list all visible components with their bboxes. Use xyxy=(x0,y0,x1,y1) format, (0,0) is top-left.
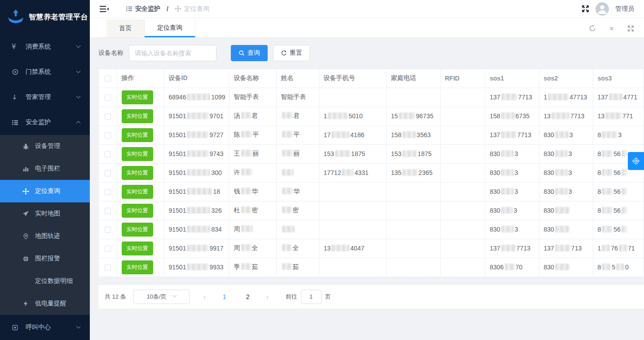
fullscreen-tab-icon[interactable] xyxy=(627,25,634,32)
sidebar-item-呼叫中心[interactable]: 呼叫中心 xyxy=(0,315,90,340)
submenu-item-电子围栏[interactable]: 电子围栏 xyxy=(0,157,90,180)
redacted-text xyxy=(602,131,617,138)
square-icon xyxy=(12,324,22,331)
table-row: 实时位置915019933季茹茹830670830850 xyxy=(99,258,644,277)
breadcrumb-current: 定位查询 xyxy=(175,5,209,13)
next-page-button[interactable]: › xyxy=(260,293,275,300)
cell-rfid xyxy=(440,144,485,163)
cell-person_name: 密 xyxy=(276,201,319,220)
sidebar-item-管家管理[interactable]: ↓管家管理 xyxy=(0,85,90,110)
realtime-location-button[interactable]: 实时位置 xyxy=(122,223,153,237)
sidebar-item-安全监护[interactable]: 安全监护 xyxy=(0,110,90,135)
sidebar-item-消费系统[interactable]: ¥消费系统 xyxy=(0,34,90,59)
sidebar-item-门禁系统[interactable]: 门禁系统 xyxy=(0,59,90,85)
redacted-text xyxy=(555,131,569,138)
cell-device_id: 91501326 xyxy=(164,201,229,220)
cell-device_phone xyxy=(319,182,386,201)
refresh-icon[interactable] xyxy=(589,25,596,32)
goto-page-input[interactable] xyxy=(301,290,322,304)
reset-button[interactable]: 重置 xyxy=(273,45,310,61)
submenu-item-实时地图[interactable]: 实时地图 xyxy=(0,202,90,225)
table-row: 实时位置91501326杜密密8303830856 xyxy=(99,201,644,220)
cell-device_name: 智能手表 xyxy=(229,88,276,107)
column-header-sos3: sos3 xyxy=(593,69,644,88)
redacted-text xyxy=(282,169,294,176)
cell-device_id: 689461099 xyxy=(164,88,229,107)
collapse-sidebar-icon[interactable] xyxy=(100,5,109,13)
page-number-1[interactable]: 1 xyxy=(217,293,232,300)
table-row: 实时位置91501834周8303830856 xyxy=(99,220,644,239)
cell-device_name: 王丽 xyxy=(229,144,276,163)
row-checkbox[interactable] xyxy=(105,94,111,101)
page-number-2[interactable]: 2 xyxy=(241,293,255,300)
realtime-location-button[interactable]: 实时位置 xyxy=(122,147,153,161)
row-checkbox[interactable] xyxy=(105,227,111,233)
realtime-location-button[interactable]: 实时位置 xyxy=(122,109,153,123)
redacted-text xyxy=(555,150,568,157)
cell-rfid xyxy=(440,220,485,239)
table-row: 实时位置689461099智能手表智能手表1377713147713137477… xyxy=(99,88,644,107)
cell-sos2: 147713 xyxy=(539,88,593,107)
row-checkbox[interactable] xyxy=(105,170,111,176)
realtime-location-button[interactable]: 实时位置 xyxy=(122,128,153,142)
submenu-item-地图轨迹[interactable]: 地图轨迹 xyxy=(0,225,90,247)
breadcrumb-parent[interactable]: 安全监护 xyxy=(126,5,160,13)
redacted-text xyxy=(501,131,516,138)
redacted-text xyxy=(241,244,251,251)
cell-sos2: 137713 xyxy=(539,107,593,125)
cell-rfid xyxy=(440,125,485,144)
cell-sos1: 1377713 xyxy=(485,239,539,258)
submenu-item-低电量提醒[interactable]: 低电量提醒 xyxy=(0,292,90,315)
realtime-location-button[interactable]: 实时位置 xyxy=(122,166,153,180)
search-icon xyxy=(238,50,245,56)
submenu-item-围栏报警[interactable]: 围栏报警 xyxy=(0,247,90,270)
submenu-item-设备管理[interactable]: 设备管理 xyxy=(0,135,90,157)
cell-sos3: 856 xyxy=(593,220,644,239)
device-name-input[interactable] xyxy=(129,45,216,61)
settings-fab[interactable] xyxy=(628,152,644,170)
query-button[interactable]: 查询 xyxy=(231,45,268,61)
username[interactable]: 管理员 xyxy=(615,5,634,13)
realtime-location-button[interactable]: 实时位置 xyxy=(122,90,153,104)
redacted-text xyxy=(551,112,569,119)
tab-location-query[interactable]: 定位查询 xyxy=(145,19,195,37)
app-window: 智慧养老管理平台 ¥消费系统门禁系统↓管家管理安全监护设备管理电子围栏定位查询实… xyxy=(0,0,644,340)
row-checkbox[interactable] xyxy=(105,208,111,214)
avatar[interactable] xyxy=(595,2,609,16)
redacted-text xyxy=(622,150,627,157)
realtime-location-button[interactable]: 实时位置 xyxy=(122,204,153,218)
row-checkbox[interactable] xyxy=(105,132,111,139)
redacted-text xyxy=(282,263,292,270)
fullscreen-icon[interactable] xyxy=(582,5,589,13)
chevron-up-icon xyxy=(76,121,81,125)
redacted-text xyxy=(241,225,253,232)
list-icon xyxy=(126,5,132,12)
column-header-操作: 操作 xyxy=(117,69,164,88)
redacted-text xyxy=(241,263,251,270)
prev-page-button[interactable]: ‹ xyxy=(198,293,212,300)
row-checkbox[interactable] xyxy=(105,264,111,271)
cell-device_phone: 1531875 xyxy=(319,144,386,163)
row-checkbox[interactable] xyxy=(105,189,111,195)
close-icon[interactable]: × xyxy=(609,25,614,32)
redacted-text xyxy=(616,264,624,270)
row-checkbox[interactable] xyxy=(105,246,111,252)
submenu-item-定位数据明细[interactable]: 定位数据明细 xyxy=(0,270,90,292)
redacted-text xyxy=(187,245,208,251)
redacted-text xyxy=(282,188,293,194)
realtime-location-button[interactable]: 实时位置 xyxy=(122,185,153,199)
page-size-select[interactable]: 10条/页 xyxy=(133,290,190,304)
realtime-location-button[interactable]: 实时位置 xyxy=(122,242,153,255)
realtime-location-button[interactable]: 实时位置 xyxy=(122,260,153,274)
cell-device_id: 915019701 xyxy=(164,107,229,125)
cell-rfid xyxy=(440,258,485,277)
cell-actions: 实时位置 xyxy=(117,258,164,277)
cell-rfid xyxy=(440,201,485,220)
select-all-checkbox[interactable] xyxy=(105,76,111,82)
redacted-text xyxy=(187,131,208,138)
row-checkbox[interactable] xyxy=(105,151,111,157)
cell-person_name: 全 xyxy=(276,239,319,258)
submenu-item-定位查询[interactable]: 定位查询 xyxy=(0,180,90,202)
row-checkbox[interactable] xyxy=(105,113,111,120)
tab-home[interactable]: 首页 xyxy=(106,19,145,37)
